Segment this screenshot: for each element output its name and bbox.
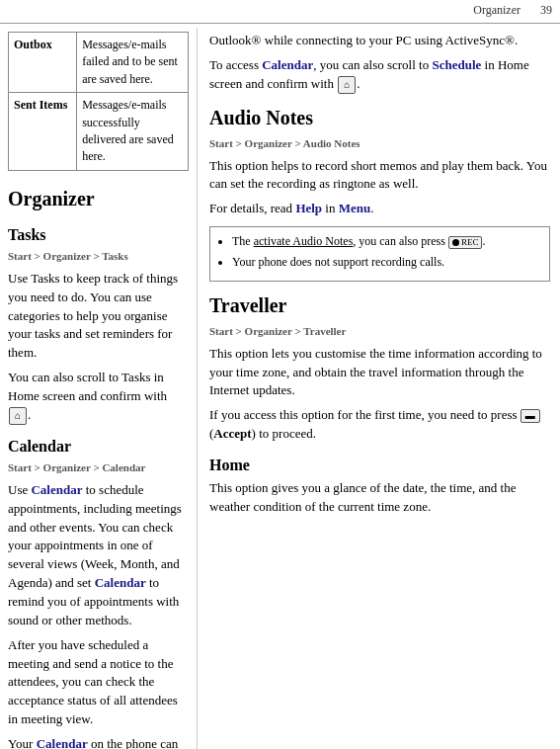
tasks-title: Tasks: [8, 223, 189, 246]
accept-text: Accept: [213, 426, 251, 441]
audio-notes-breadcrumb-text: Start > Organizer > Audio Notes: [209, 137, 360, 149]
audio-notes-bullets: The activate Audio Notes, you can also p…: [209, 226, 550, 282]
right-column: Outlook® while connecting to your PC usi…: [198, 28, 560, 749]
activate-audio-link: activate Audio Notes: [254, 234, 354, 248]
help-link: Help: [295, 201, 322, 215]
traveller-para2: If you access this option for the first …: [209, 406, 550, 444]
table-value-sent: Messages/e-mails successfully delivered …: [77, 93, 189, 171]
home-title: Home: [209, 454, 550, 476]
table-label-outbox: Outbox: [9, 33, 77, 93]
intro-text: Outlook® while connecting to your PC usi…: [209, 32, 550, 50]
organizer-title: Organizer: [8, 185, 189, 213]
page-wrapper: Organizer 39 Outbox Messages/e-mails fai…: [0, 0, 560, 749]
table-label-sent: Sent Items: [9, 93, 77, 171]
calendar-title: Calendar: [8, 435, 189, 458]
traveller-para1: This option lets you customise the time …: [209, 345, 550, 401]
rec-dot: [452, 239, 459, 246]
menu-link: Menu: [339, 201, 371, 215]
calendar-note: To access Calendar, you can also scroll …: [209, 56, 550, 94]
audio-notes-title: Audio Notes: [209, 104, 550, 132]
tasks-para2-text: You can also scroll to Tasks in Home scr…: [8, 370, 167, 403]
calendar-para3: Your Calendar on the phone can be synchr…: [8, 735, 189, 749]
page-header: Organizer 39: [0, 0, 560, 24]
traveller-title: Traveller: [209, 291, 550, 320]
home-icon-right: ⌂: [338, 76, 356, 94]
calendar-para2: After you have scheduled a meeting and s…: [8, 636, 189, 729]
rec-icon: REC: [448, 236, 483, 249]
content-wrapper: Outbox Messages/e-mails failed and to be…: [0, 0, 560, 749]
calendar-para1: Use Calendar to schedule appointments, i…: [8, 481, 189, 630]
calendar-highlight2: Calendar: [95, 575, 146, 590]
calendar-breadcrumb: Start > Organizer > Calendar: [8, 460, 189, 476]
bullet-item-2: Your phone does not support recording ca…: [232, 254, 541, 271]
calendar-highlight1: Calendar: [31, 482, 82, 497]
schedule-link: Schedule: [432, 57, 481, 72]
table-row: Sent Items Messages/e-mails successfully…: [9, 93, 189, 171]
audio-notes-breadcrumb: Start > Organizer > Audio Notes: [209, 136, 550, 152]
table-value-outbox: Messages/e-mails failed and to be sent a…: [77, 33, 189, 93]
page-number: 39: [540, 2, 552, 19]
calendar-breadcrumb-text: Start > Organizer > Calendar: [8, 461, 145, 473]
calendar-link: Calendar: [262, 57, 313, 72]
audio-notes-para1: This option helps to record short memos …: [209, 157, 550, 195]
tasks-para2: You can also scroll to Tasks in Home scr…: [8, 369, 189, 425]
tasks-para1: Use Tasks to keep track of things you ne…: [8, 270, 189, 363]
chapter-title: Organizer: [473, 2, 520, 19]
left-column: Outbox Messages/e-mails failed and to be…: [0, 28, 198, 749]
tasks-breadcrumb-text: Start > Organizer > Tasks: [8, 250, 128, 262]
accept-icon: ▬: [520, 409, 540, 423]
calendar-highlight3: Calendar: [37, 736, 88, 749]
home-para1: This option gives you a glance of the da…: [209, 479, 550, 517]
audio-notes-para2: For details, read Help in Menu.: [209, 200, 550, 218]
table-row: Outbox Messages/e-mails failed and to be…: [9, 33, 189, 93]
info-table: Outbox Messages/e-mails failed and to be…: [8, 32, 189, 171]
bullet-item-1: The activate Audio Notes, you can also p…: [232, 233, 541, 250]
home-icon: ⌂: [9, 407, 27, 425]
tasks-breadcrumb: Start > Organizer > Tasks: [8, 249, 189, 265]
traveller-breadcrumb-text: Start > Organizer > Traveller: [209, 325, 346, 337]
traveller-breadcrumb: Start > Organizer > Traveller: [209, 324, 550, 340]
